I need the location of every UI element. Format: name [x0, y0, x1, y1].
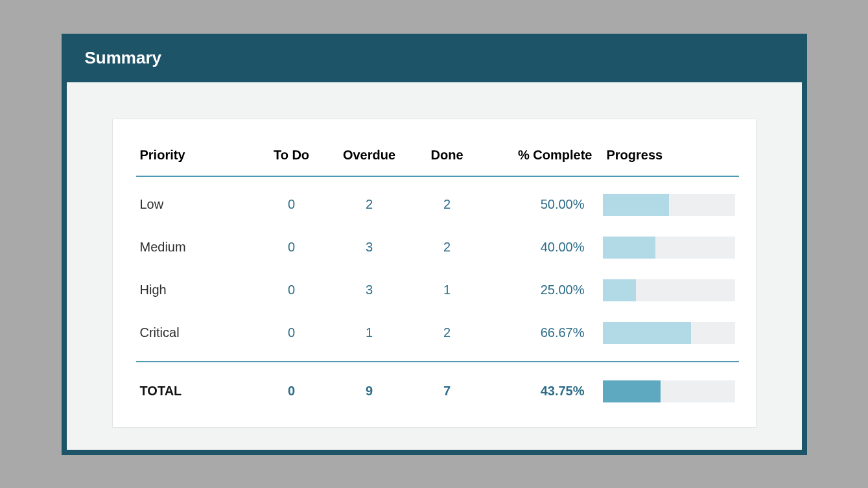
cell-todo: 0 — [253, 226, 331, 269]
col-pct-complete: % Complete — [486, 141, 596, 176]
table-total-row: TOTAL 0 9 7 43.75% — [136, 362, 739, 409]
cell-progress — [596, 176, 739, 226]
progress-fill — [603, 194, 669, 216]
cell-done: 1 — [408, 269, 486, 312]
cell-total-done: 7 — [408, 362, 486, 409]
table-row: High 0 3 1 25.00% — [136, 269, 739, 312]
cell-todo: 0 — [253, 269, 331, 312]
cell-total-progress — [596, 362, 739, 409]
progress-bar — [603, 194, 735, 216]
progress-fill — [603, 380, 661, 402]
card-body: Priority To Do Overdue Done % Complete P… — [67, 82, 802, 450]
summary-table: Priority To Do Overdue Done % Complete P… — [136, 141, 739, 409]
col-progress: Progress — [596, 141, 739, 176]
cell-pct: 40.00% — [486, 226, 596, 269]
cell-pct: 66.67% — [486, 312, 596, 362]
cell-overdue: 1 — [331, 312, 408, 362]
table-row: Critical 0 1 2 66.67% — [136, 312, 739, 362]
progress-bar — [603, 380, 735, 402]
cell-progress — [596, 226, 739, 269]
cell-priority: High — [136, 269, 253, 312]
card-title: Summary — [85, 48, 784, 68]
cell-pct: 25.00% — [486, 269, 596, 312]
progress-bar — [603, 237, 735, 259]
progress-bar — [603, 279, 735, 301]
cell-total-todo: 0 — [253, 362, 331, 409]
cell-progress — [596, 312, 739, 362]
table-header-row: Priority To Do Overdue Done % Complete P… — [136, 141, 739, 176]
cell-done: 2 — [408, 312, 486, 362]
progress-bar — [603, 322, 735, 344]
progress-fill — [603, 322, 691, 344]
cell-total-label: TOTAL — [136, 362, 253, 409]
cell-todo: 0 — [253, 176, 331, 226]
cell-total-pct: 43.75% — [486, 362, 596, 409]
cell-priority: Critical — [136, 312, 253, 362]
cell-overdue: 3 — [331, 269, 408, 312]
table-container: Priority To Do Overdue Done % Complete P… — [112, 119, 757, 428]
progress-fill — [603, 279, 636, 301]
cell-pct: 50.00% — [486, 176, 596, 226]
cell-overdue: 2 — [331, 176, 408, 226]
cell-todo: 0 — [253, 312, 331, 362]
cell-done: 2 — [408, 176, 486, 226]
cell-done: 2 — [408, 226, 486, 269]
col-done: Done — [408, 141, 486, 176]
col-todo: To Do — [253, 141, 331, 176]
col-overdue: Overdue — [331, 141, 408, 176]
table-row: Medium 0 3 2 40.00% — [136, 226, 739, 269]
progress-fill — [603, 237, 656, 259]
table-row: Low 0 2 2 50.00% — [136, 176, 739, 226]
cell-overdue: 3 — [331, 226, 408, 269]
cell-priority: Medium — [136, 226, 253, 269]
col-priority: Priority — [136, 141, 253, 176]
summary-card: Summary Priority To Do Overdue — [62, 34, 807, 455]
cell-total-overdue: 9 — [331, 362, 408, 409]
cell-progress — [596, 269, 739, 312]
card-header: Summary — [62, 34, 807, 82]
cell-priority: Low — [136, 176, 253, 226]
